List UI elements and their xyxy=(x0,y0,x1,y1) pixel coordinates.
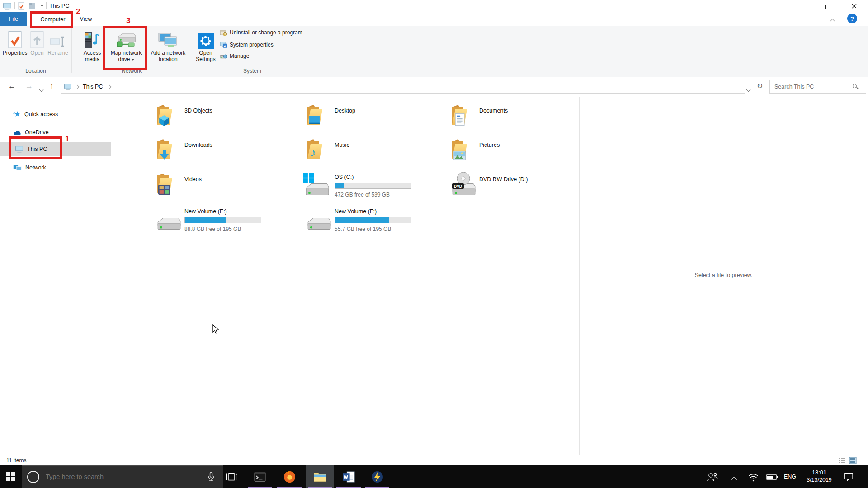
drive-usage-bar xyxy=(184,217,261,223)
action-center-icon xyxy=(844,472,854,482)
taskbar-app-firefox[interactable] xyxy=(275,465,303,488)
hard-drive-icon xyxy=(156,216,182,232)
hard-drive-icon xyxy=(304,182,330,198)
taskbar-app-terminal[interactable] xyxy=(246,465,274,488)
breadcrumb-chevron-icon[interactable] xyxy=(108,85,111,89)
group-label-location: Location xyxy=(0,68,71,74)
sidebar-item-quick-access[interactable]: Quick access xyxy=(0,108,111,120)
drive-usage-fill xyxy=(335,217,389,223)
annotation-number-1: 1 xyxy=(65,135,69,144)
large-icons-view-icon[interactable] xyxy=(849,457,857,464)
address-breadcrumb-bar[interactable]: This PC xyxy=(61,80,745,94)
properties-button[interactable]: Properties xyxy=(3,27,27,56)
file-item[interactable]: New Volume (F:) 55.7 GB free of 195 GB xyxy=(304,206,439,238)
open-settings-icon xyxy=(198,33,214,49)
manage-button[interactable]: Manage xyxy=(220,52,249,61)
add-network-location-button[interactable]: Add a network location xyxy=(147,27,189,62)
title-bar: This PC xyxy=(0,0,868,12)
open-icon xyxy=(30,31,44,49)
close-button[interactable] xyxy=(844,0,864,12)
manage-icon xyxy=(220,52,227,60)
3d-cube-icon xyxy=(158,115,170,127)
file-item[interactable]: DVD DVD RW Drive (D:) xyxy=(448,172,584,203)
rename-icon xyxy=(49,34,66,49)
start-button[interactable] xyxy=(0,465,22,488)
drive-usage-fill xyxy=(335,183,344,188)
recent-locations-dropdown-icon[interactable] xyxy=(40,85,43,93)
search-box[interactable] xyxy=(769,80,866,94)
clock-time: 18:01 xyxy=(801,469,837,476)
file-item[interactable]: 3D Objects xyxy=(154,103,289,135)
wifi-icon xyxy=(748,472,759,482)
language-indicator[interactable]: ENG xyxy=(784,474,796,480)
taskbar-search-input[interactable] xyxy=(45,473,206,481)
qat-new-folder-icon[interactable] xyxy=(29,2,36,9)
collapse-ribbon-icon[interactable] xyxy=(831,16,834,24)
tray-overflow-chevron-icon[interactable] xyxy=(732,475,736,483)
back-button[interactable]: ← xyxy=(8,82,16,91)
battery-button[interactable] xyxy=(766,474,778,482)
people-button[interactable] xyxy=(707,472,718,483)
taskbar-app-word[interactable] xyxy=(335,465,363,488)
windows-desktop: This PC File Computer View ? Properties xyxy=(0,0,868,488)
file-item[interactable]: ♪ Music xyxy=(304,137,439,169)
search-input[interactable] xyxy=(774,83,852,90)
wifi-button[interactable] xyxy=(748,472,759,484)
annotation-number-2: 2 xyxy=(76,7,80,16)
taskbar-app-explorer[interactable] xyxy=(306,465,334,488)
file-item[interactable]: Documents xyxy=(448,103,584,135)
file-explorer-icon xyxy=(314,471,326,482)
microphone-icon[interactable] xyxy=(206,471,217,482)
file-item[interactable]: Pictures xyxy=(448,137,584,169)
drive-usage-bar xyxy=(335,183,411,189)
minimize-button[interactable] xyxy=(784,0,805,12)
word-icon xyxy=(343,471,355,483)
preview-pane-placeholder: Select a file to preview. xyxy=(579,272,868,278)
photo-icon xyxy=(453,151,466,160)
file-item[interactable]: OS (C:) 472 GB free of 539 GB xyxy=(302,172,438,203)
uninstall-program-button[interactable]: Uninstall or change a program xyxy=(220,28,302,37)
breadcrumb-chevron-icon[interactable] xyxy=(75,85,79,89)
search-icon[interactable] xyxy=(852,84,859,90)
navigation-bar: ← → ↑ This PC ↻ xyxy=(0,77,868,97)
onedrive-icon xyxy=(13,130,21,136)
details-view-icon[interactable] xyxy=(838,457,846,464)
properties-icon xyxy=(8,31,22,49)
mouse-cursor xyxy=(212,324,221,334)
system-properties-icon xyxy=(220,41,227,49)
help-button[interactable]: ? xyxy=(847,14,857,23)
file-item[interactable]: Downloads xyxy=(154,137,289,169)
group-divider xyxy=(192,28,192,73)
restore-button[interactable] xyxy=(813,0,834,12)
system-properties-button[interactable]: System properties xyxy=(220,40,274,49)
action-center-button[interactable] xyxy=(844,472,854,484)
people-icon xyxy=(707,472,718,482)
file-item[interactable]: New Volume (E:) 88.8 GB free of 195 GB xyxy=(154,206,289,238)
taskbar-search-box[interactable] xyxy=(22,465,223,488)
hard-drive-icon xyxy=(306,216,332,232)
taskbar-app-bolt[interactable] xyxy=(363,465,391,488)
open-settings-button[interactable]: Open Settings xyxy=(193,27,218,62)
status-bar: 11 items xyxy=(0,455,868,466)
access-media-button[interactable]: Access media xyxy=(80,27,105,62)
qat-customize-dropdown-icon[interactable] xyxy=(41,5,43,7)
divider xyxy=(14,2,15,9)
annotation-box-computer-tab xyxy=(30,11,73,28)
cortana-icon[interactable] xyxy=(27,471,39,483)
this-pc-icon xyxy=(64,84,72,90)
refresh-icon[interactable]: ↻ xyxy=(757,82,763,90)
up-button[interactable]: ↑ xyxy=(50,82,54,91)
breadcrumb-this-pc[interactable]: This PC xyxy=(83,84,103,90)
firefox-icon xyxy=(283,471,296,483)
access-media-icon xyxy=(84,29,101,49)
add-network-location-icon xyxy=(158,32,179,49)
lightning-app-icon xyxy=(371,471,383,483)
tab-file[interactable]: File xyxy=(0,12,27,26)
file-item[interactable]: Videos xyxy=(154,172,289,203)
taskbar-clock[interactable]: 18:01 3/13/2019 xyxy=(801,469,837,483)
sidebar-item-network[interactable]: Network xyxy=(0,162,111,174)
address-dropdown-icon[interactable] xyxy=(747,85,750,93)
file-item[interactable]: Desktop xyxy=(304,103,439,135)
qat-properties-icon[interactable] xyxy=(18,2,25,10)
task-view-button[interactable] xyxy=(217,465,245,488)
